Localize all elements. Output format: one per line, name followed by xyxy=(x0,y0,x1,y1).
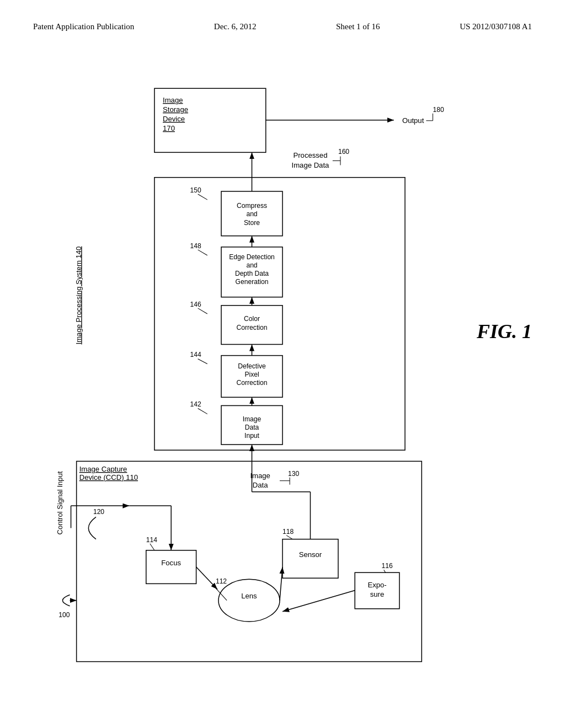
bracket-118 xyxy=(286,536,292,539)
header-title: Patent Application Publication xyxy=(33,22,134,31)
bracket-148 xyxy=(198,250,207,255)
label-142a: Image xyxy=(243,415,262,423)
ref-118: 118 xyxy=(282,528,294,536)
label-144c: Correction xyxy=(237,379,268,387)
label-170a: Image xyxy=(163,96,183,104)
label-160b: Image Data xyxy=(292,161,329,169)
label-146a: Color xyxy=(244,315,260,323)
label-146b: Correction xyxy=(237,324,268,331)
label-focus: Focus xyxy=(161,559,181,567)
ref-120: 120 xyxy=(93,508,104,516)
arrow-lens-sensor xyxy=(280,567,282,601)
label-148b: and xyxy=(246,261,257,269)
label-148d: Generation xyxy=(236,278,269,286)
ref-146: 146 xyxy=(190,301,201,308)
bracket-112 xyxy=(216,588,227,600)
ref-116: 116 xyxy=(382,562,393,570)
arrow-expo-lens xyxy=(282,590,355,611)
image-capture-device-box xyxy=(77,461,422,661)
arrow-focus-lens xyxy=(196,567,217,589)
bracket-144 xyxy=(198,359,207,364)
label-142b: Data xyxy=(245,424,259,431)
label-142c: Input xyxy=(244,432,260,440)
label-170d: 170 xyxy=(163,124,175,132)
label-144a: Defective xyxy=(238,362,266,370)
page: Patent Application Publication Dec. 6, 2… xyxy=(0,0,565,728)
label-148a: Edge Detection xyxy=(229,253,275,261)
header-date: Dec. 6, 2012 xyxy=(214,22,257,31)
ref-114: 114 xyxy=(146,536,157,544)
ref-144: 144 xyxy=(190,351,201,358)
main-diagram: Image Capture Device (CCD) 110 Lens 112 … xyxy=(33,72,532,684)
bracket-150 xyxy=(198,194,207,200)
brace-100 xyxy=(62,595,70,606)
ref-160: 160 xyxy=(338,148,349,156)
label-110: Image Capture xyxy=(79,465,127,473)
lens-shape xyxy=(218,579,280,622)
bracket-114 xyxy=(150,544,154,550)
ref-142: 142 xyxy=(190,400,201,408)
ref-150: 150 xyxy=(190,186,201,194)
ref-180: 180 xyxy=(433,106,444,114)
label-110b: Device (CCD) 110 xyxy=(79,473,138,481)
label-170c: Device xyxy=(163,115,185,123)
label-130a: Image xyxy=(250,472,270,480)
image-processing-box xyxy=(154,178,405,450)
header-sheet: Sheet 1 of 16 xyxy=(336,22,380,31)
focus-box xyxy=(146,550,196,584)
label-lens: Lens xyxy=(241,592,257,600)
label-expo1: Expo- xyxy=(367,581,386,589)
brace-120 xyxy=(88,517,96,539)
ref-130: 130 xyxy=(288,470,299,478)
label-140: Image Processing System 140 xyxy=(74,247,83,345)
label-150b: and xyxy=(246,210,257,218)
ref-112: 112 xyxy=(216,577,227,585)
label-144b: Pixel xyxy=(244,371,259,378)
bracket-142 xyxy=(198,409,207,414)
diagram-container: Image Capture Device (CCD) 110 Lens 112 … xyxy=(33,72,532,684)
label-sensor: Sensor xyxy=(299,550,322,559)
sensor-box xyxy=(282,539,338,579)
label-120a: Control Signal Input xyxy=(56,471,64,535)
label-output: Output xyxy=(402,116,424,125)
label-160a: Processed xyxy=(293,151,327,159)
label-130b: Data xyxy=(253,481,268,489)
label-170b: Storage xyxy=(163,105,188,114)
ref-148: 148 xyxy=(190,242,201,250)
label-expo2: sure xyxy=(370,590,385,598)
label-150a: Compress xyxy=(237,202,267,210)
ref-100: 100 xyxy=(58,611,70,619)
label-150c: Store xyxy=(244,219,260,227)
page-header: Patent Application Publication Dec. 6, 2… xyxy=(0,22,565,31)
bracket-146 xyxy=(198,308,207,314)
header-patent: US 2012/0307108 A1 xyxy=(460,22,532,31)
label-148c: Depth Data xyxy=(235,270,269,277)
